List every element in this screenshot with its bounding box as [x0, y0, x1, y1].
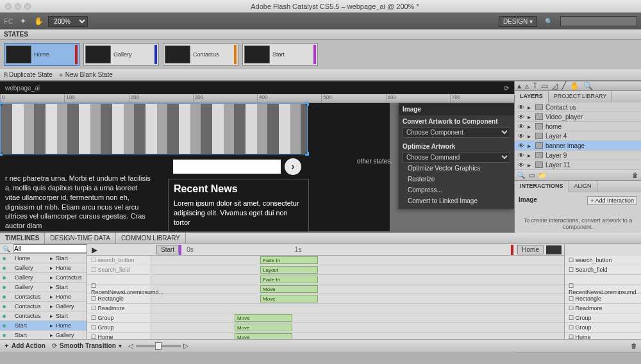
select-tool-icon[interactable]: ▴: [517, 81, 521, 90]
visibility-icon[interactable]: 👁: [517, 104, 525, 111]
tab-timelines[interactable]: TIMELINES: [0, 233, 45, 244]
state-home[interactable]: Home: [4, 43, 79, 66]
effect-bar[interactable]: Fade In: [260, 276, 318, 283]
visibility-icon[interactable]: 👁: [517, 152, 525, 159]
effect-bar[interactable]: Move: [260, 285, 318, 293]
hand-tool-icon[interactable]: ✋: [33, 15, 44, 27]
state-contactus[interactable]: Contactus: [163, 43, 238, 66]
body-text: r nec pharetra urna. Morbi et undum et f…: [5, 174, 153, 231]
timeline-zoom-slider[interactable]: [136, 345, 181, 347]
line-tool-icon[interactable]: ╱: [562, 81, 566, 90]
timeline-track[interactable]: ☐ RecentNewsLoremipsumd...Move: [87, 285, 564, 294]
effect-bar[interactable]: Move: [235, 314, 292, 322]
layer-row[interactable]: 👁▸Contact us: [515, 103, 641, 112]
refresh-icon[interactable]: ⟳: [504, 85, 509, 92]
search-field[interactable]: [173, 160, 281, 174]
visibility-icon[interactable]: 👁: [517, 142, 525, 149]
search-icon: 🔍: [545, 18, 553, 25]
tab-layers[interactable]: LAYERS: [515, 91, 549, 103]
optimize-option[interactable]: Rasterize: [403, 174, 510, 185]
transition-row[interactable]: Start▸Gallery: [0, 331, 87, 339]
timeline-filter-input[interactable]: [13, 244, 87, 253]
artboard[interactable]: r nec pharetra urna. Morbi et undum et f…: [0, 103, 390, 231]
fc-logo: FC: [4, 18, 13, 25]
transition-row[interactable]: Start▸Home: [0, 321, 87, 331]
workspace-design-button[interactable]: DESIGN ▾: [499, 16, 537, 27]
layer-row[interactable]: 👁▸home: [515, 122, 641, 131]
rect-tool-icon[interactable]: ▭: [541, 81, 548, 90]
search-input[interactable]: [560, 16, 637, 26]
effect-bar[interactable]: Fade In: [260, 256, 318, 264]
optimize-option[interactable]: Optimize Vector Graphics: [403, 163, 510, 174]
direct-select-icon[interactable]: ▵: [525, 81, 529, 90]
add-interaction-button[interactable]: + Add Interaction: [587, 196, 637, 205]
tab-align[interactable]: ALIGN: [569, 181, 597, 192]
tab-common-library[interactable]: COMMON LIBRARY: [116, 233, 186, 244]
effect-bar[interactable]: Layout: [260, 266, 318, 274]
transition-row[interactable]: Contactus▸Home: [0, 292, 87, 302]
zoom-select[interactable]: 200%: [48, 16, 88, 27]
play-button[interactable]: ▶: [87, 245, 101, 254]
timeline-track[interactable]: ☐ search_buttonFade In: [87, 256, 564, 265]
min-dot[interactable]: [15, 3, 21, 10]
visibility-icon[interactable]: 👁: [517, 133, 525, 140]
transition-row[interactable]: Gallery▸Contactus: [0, 273, 87, 283]
timeline-track[interactable]: ☐ GroupMove: [87, 313, 564, 323]
transition-row[interactable]: Gallery▸Home: [0, 263, 87, 273]
layer-row[interactable]: 👁▸Video_player: [515, 112, 641, 122]
tab-project-library[interactable]: PROJECT LIBRARY: [549, 91, 613, 103]
recent-news-heading: Recent News: [174, 183, 303, 195]
timeline-track[interactable]: ☐ Readmore: [87, 304, 564, 313]
optimize-option[interactable]: Compress...: [403, 185, 510, 195]
duplicate-state-button[interactable]: ⎘ Duplicate State: [4, 71, 53, 78]
timeline-trash-icon[interactable]: 🗑: [631, 342, 637, 349]
zoom-dot[interactable]: [24, 3, 31, 10]
timeline-filter-icon[interactable]: 🔍: [3, 245, 10, 252]
visibility-icon[interactable]: 👁: [517, 123, 525, 130]
effect-bar[interactable]: Move: [260, 295, 318, 302]
pointer-tool-icon[interactable]: ✦: [17, 15, 29, 27]
new-blank-state-button[interactable]: ＋ New Blank State: [58, 70, 113, 79]
visibility-icon[interactable]: 👁: [517, 161, 525, 169]
add-action-button[interactable]: ✦ Add Action: [4, 342, 46, 349]
effect-bar[interactable]: Move: [235, 324, 292, 331]
choose-component-select[interactable]: Choose Component: [403, 127, 510, 138]
playhead-end[interactable]: [511, 245, 513, 255]
layer-icon: [535, 113, 543, 120]
zoom-tool-icon[interactable]: 🔍: [583, 81, 593, 90]
transition-row[interactable]: Contactus▸Start: [0, 311, 87, 321]
banner-image[interactable]: [0, 103, 308, 154]
state-start[interactable]: Start: [242, 43, 318, 66]
layer-folder-icon[interactable]: 📁: [538, 172, 546, 179]
document-tab[interactable]: webpage_ai: [5, 85, 40, 92]
layer-row[interactable]: 👁▸Layer 9: [515, 151, 641, 160]
transition-row[interactable]: Contactus▸Gallery: [0, 302, 87, 311]
layer-new-icon[interactable]: ▭: [529, 172, 535, 179]
text-tool-icon[interactable]: T: [533, 81, 537, 90]
tab-interactions[interactable]: INTERACTIONS: [515, 181, 569, 192]
layer-search-icon[interactable]: 🔍: [517, 172, 525, 179]
optimize-option[interactable]: Convert to Linked Image: [403, 195, 510, 206]
layer-row[interactable]: 👁▸Layer 11: [515, 160, 641, 170]
state-gallery[interactable]: Gallery: [83, 43, 159, 66]
visibility-icon[interactable]: 👁: [517, 113, 525, 120]
timeline-track[interactable]: ☐ RectangleMove: [87, 294, 564, 304]
close-dot[interactable]: [5, 3, 12, 10]
shape-tool-icon[interactable]: ◿: [552, 81, 558, 90]
layer-row[interactable]: 👁▸banner image: [515, 141, 641, 151]
timeline-track[interactable]: ☐ Search_fieldLayout: [87, 265, 564, 275]
choose-command-select[interactable]: Choose Command: [403, 152, 510, 163]
hand-tool-icon-2[interactable]: ✋: [570, 81, 579, 90]
window-title: Adobe Flash Catalyst CS5.5 – webpage_ai …: [34, 3, 636, 10]
transition-row[interactable]: Home▸Start: [0, 254, 87, 263]
layer-row[interactable]: 👁▸Layer 4: [515, 131, 641, 141]
tab-design-time-data[interactable]: DESIGN-TIME DATA: [45, 233, 116, 244]
transition-row[interactable]: Gallery▸Start: [0, 283, 87, 292]
timeline-track[interactable]: ☐ GroupMove: [87, 323, 564, 333]
layer-trash-icon[interactable]: 🗑: [632, 172, 638, 179]
smooth-transition-button[interactable]: ⟳ Smooth Transition ▾: [52, 342, 122, 349]
effect-bar[interactable]: Move: [235, 333, 292, 339]
timeline-track[interactable]: Fade In: [87, 275, 564, 285]
search-go-button[interactable]: ›: [285, 158, 301, 175]
timeline-track[interactable]: ☐ HomeMove: [87, 333, 564, 339]
